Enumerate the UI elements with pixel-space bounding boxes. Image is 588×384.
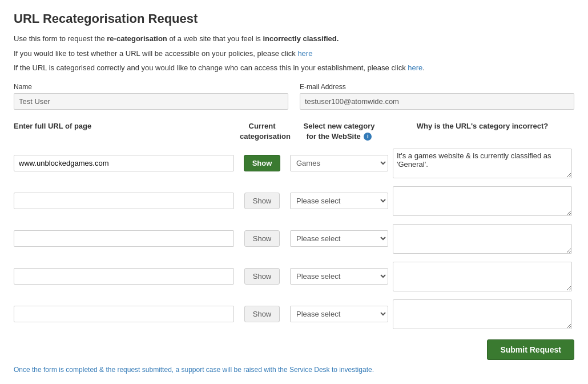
category-select-5[interactable]: Please select (290, 306, 388, 322)
show-button-1[interactable]: Show (244, 155, 281, 171)
name-email-section: Name E-mail Address (14, 83, 574, 110)
reason-textarea-5[interactable] (393, 299, 572, 329)
reason-textarea-3[interactable] (393, 224, 572, 254)
here-link-1[interactable]: here (297, 49, 312, 58)
reason-cell-5 (390, 298, 574, 330)
reason-textarea-1[interactable]: It's a games website & is currently clas… (393, 149, 572, 178)
url-input-1[interactable] (14, 155, 234, 171)
show-cell-2: Show (236, 191, 288, 210)
show-cell-4: Show (236, 267, 288, 286)
show-button-3[interactable]: Show (244, 230, 280, 247)
col-header-url: Enter full URL of page (14, 119, 236, 144)
intro-line1: Use this form to request the re-categori… (14, 33, 574, 45)
intro-line3: If the URL is categorised correctly and … (14, 62, 574, 74)
url-cell-5 (14, 305, 236, 323)
show-button-2[interactable]: Show (244, 193, 280, 209)
category-cell-3: Please select (288, 229, 390, 248)
here-link-2[interactable]: here (408, 63, 422, 72)
reason-cell-4 (390, 261, 574, 293)
category-cell-5: Please select (288, 305, 390, 323)
name-input[interactable] (14, 93, 288, 110)
url-cell-2 (14, 191, 236, 210)
email-input[interactable] (300, 93, 574, 110)
table-row: Show Games Please select It's a games we… (14, 147, 574, 179)
category-select-2[interactable]: Please select (290, 193, 388, 209)
show-button-5[interactable]: Show (244, 306, 280, 322)
email-label: E-mail Address (300, 83, 574, 91)
reason-cell-3 (390, 223, 574, 255)
url-input-3[interactable] (14, 230, 234, 247)
col-header-reason: Why is the URL's category incorrect? (390, 119, 574, 144)
show-button-4[interactable]: Show (244, 268, 280, 285)
category-cell-4: Please select (288, 267, 390, 286)
url-input-4[interactable] (14, 268, 234, 285)
email-field-group: E-mail Address (300, 83, 574, 110)
url-input-5[interactable] (14, 306, 234, 322)
reason-textarea-2[interactable] (393, 186, 572, 216)
submit-button[interactable]: Submit Request (487, 339, 574, 360)
reason-cell-1: It's a games website & is currently clas… (390, 147, 574, 179)
table-row: Show Please select (14, 185, 574, 217)
show-cell-3: Show (236, 229, 288, 248)
category-select-4[interactable]: Please select (290, 268, 388, 285)
url-cell-1 (14, 154, 236, 173)
url-cell-3 (14, 229, 236, 248)
submit-row: Submit Request (14, 339, 574, 360)
name-label: Name (14, 83, 288, 91)
reason-textarea-4[interactable] (393, 262, 572, 291)
category-cell-2: Please select (288, 191, 390, 210)
table-row: Show Please select (14, 261, 574, 293)
url-table: Enter full URL of page Current categoris… (14, 119, 574, 330)
table-row: Show Please select (14, 223, 574, 255)
show-cell-5: Show (236, 305, 288, 323)
category-select-1[interactable]: Games Please select (290, 155, 388, 171)
page-title: URL Recategorisation Request (14, 11, 574, 26)
table-row: Show Please select (14, 298, 574, 330)
show-cell-1: Show (236, 154, 288, 173)
info-icon[interactable]: i (364, 133, 372, 141)
col-header-current: Current categorisation (236, 119, 288, 144)
col-header-new-cat: Select new categoryfor the WebSite i (288, 119, 390, 144)
footer-note: Once the form is completed & the request… (14, 366, 574, 374)
table-header: Enter full URL of page Current categoris… (14, 119, 574, 144)
name-field-group: Name (14, 83, 288, 110)
category-cell-1: Games Please select (288, 154, 390, 173)
category-select-3[interactable]: Please select (290, 230, 388, 247)
reason-cell-2 (390, 185, 574, 217)
url-cell-4 (14, 267, 236, 286)
url-input-2[interactable] (14, 193, 234, 209)
intro-line2: If you would like to test whether a URL … (14, 48, 574, 59)
